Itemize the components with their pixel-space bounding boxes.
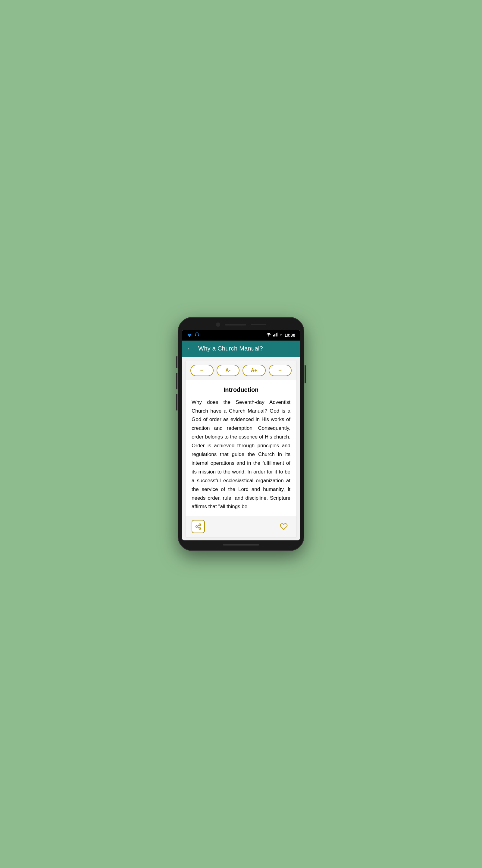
increase-font-button[interactable]: A+ [243,365,266,376]
volume-down-button[interactable] [176,394,178,410]
speaker-bar [225,324,246,326]
home-indicator [223,544,259,546]
svg-rect-5 [277,333,278,337]
svg-rect-3 [275,334,275,337]
next-button[interactable]: → [269,365,292,376]
svg-line-9 [197,527,199,528]
content-body: Why does the Seventh-day Adventist Churc… [192,398,290,512]
svg-point-1 [268,336,269,337]
earpiece [251,324,266,325]
favorite-button[interactable] [277,520,290,533]
clock: 10:38 [284,333,295,338]
wifi-icon [187,333,192,337]
silent-button[interactable] [176,356,178,368]
bottom-action-bar [186,516,296,537]
svg-rect-4 [276,333,277,336]
svg-line-10 [197,525,199,526]
circle-icon: ○ [280,333,283,338]
phone-screen: ○ 10:38 ← Why a Church Manual? ← A- A+ →… [182,330,300,541]
share-button[interactable] [192,520,205,533]
content-title: Introduction [192,386,290,393]
reading-content: Introduction Why does the Seventh-day Ad… [186,380,296,516]
volume-up-button[interactable] [176,373,178,390]
back-button[interactable]: ← [187,345,193,352]
prev-button[interactable]: ← [190,365,214,376]
wifi-signal-icon [266,333,271,338]
nav-toolbar: ← A- A+ → [186,361,296,380]
svg-point-0 [189,336,190,337]
content-card: ← A- A+ → Introduction Why does the Seve… [186,361,296,537]
headphone-icon [195,332,199,338]
status-bar: ○ 10:38 [182,330,300,341]
front-camera [216,322,220,327]
app-header: ← Why a Church Manual? [182,341,300,357]
svg-rect-2 [273,335,274,337]
decrease-font-button[interactable]: A- [217,365,240,376]
signal-bars-icon [273,333,278,338]
power-button[interactable] [304,365,306,383]
page-title: Why a Church Manual? [198,345,263,352]
